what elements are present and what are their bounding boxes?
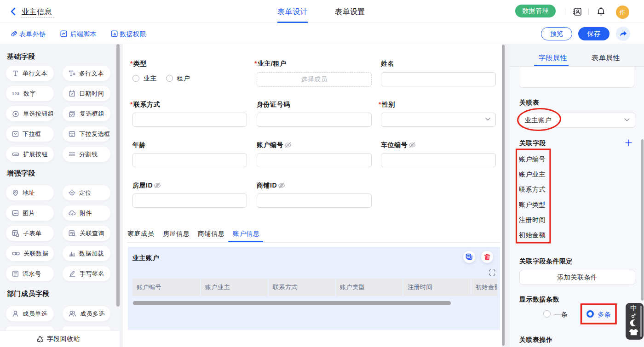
svg-text:123: 123 [12,91,20,96]
